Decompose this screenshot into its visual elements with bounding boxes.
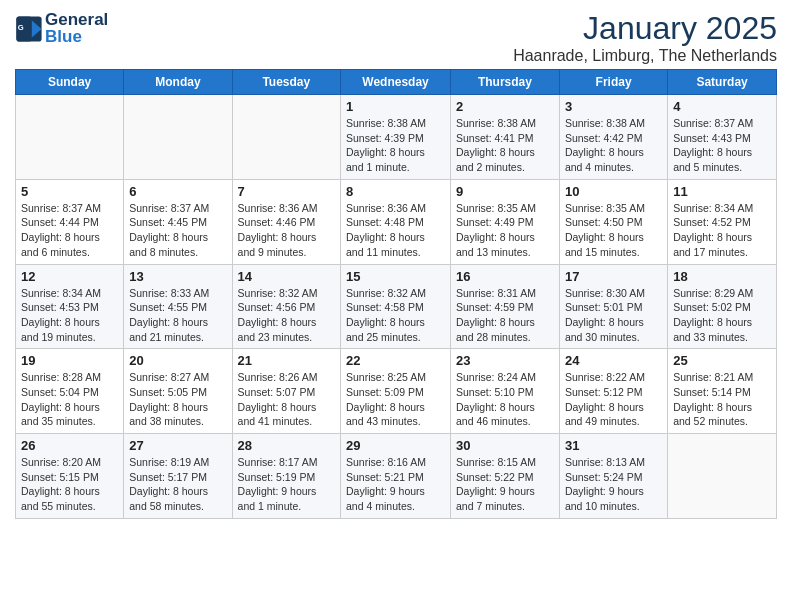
- day-number: 15: [346, 269, 445, 284]
- day-cell: 17Sunrise: 8:30 AM Sunset: 5:01 PM Dayli…: [559, 264, 667, 349]
- weekday-header-wednesday: Wednesday: [341, 70, 451, 95]
- day-number: 2: [456, 99, 554, 114]
- day-cell: 20Sunrise: 8:27 AM Sunset: 5:05 PM Dayli…: [124, 349, 232, 434]
- day-number: 17: [565, 269, 662, 284]
- calendar-table: SundayMondayTuesdayWednesdayThursdayFrid…: [15, 69, 777, 519]
- day-info: Sunrise: 8:29 AM Sunset: 5:02 PM Dayligh…: [673, 286, 771, 345]
- day-cell: 31Sunrise: 8:13 AM Sunset: 5:24 PM Dayli…: [559, 434, 667, 519]
- location: Haanrade, Limburg, The Netherlands: [513, 47, 777, 65]
- weekday-header-tuesday: Tuesday: [232, 70, 340, 95]
- day-info: Sunrise: 8:35 AM Sunset: 4:49 PM Dayligh…: [456, 201, 554, 260]
- day-info: Sunrise: 8:33 AM Sunset: 4:55 PM Dayligh…: [129, 286, 226, 345]
- day-number: 3: [565, 99, 662, 114]
- day-info: Sunrise: 8:17 AM Sunset: 5:19 PM Dayligh…: [238, 455, 335, 514]
- day-info: Sunrise: 8:36 AM Sunset: 4:48 PM Dayligh…: [346, 201, 445, 260]
- day-cell: 29Sunrise: 8:16 AM Sunset: 5:21 PM Dayli…: [341, 434, 451, 519]
- week-row-2: 5Sunrise: 8:37 AM Sunset: 4:44 PM Daylig…: [16, 179, 777, 264]
- day-cell: [668, 434, 777, 519]
- weekday-header-row: SundayMondayTuesdayWednesdayThursdayFrid…: [16, 70, 777, 95]
- day-cell: 5Sunrise: 8:37 AM Sunset: 4:44 PM Daylig…: [16, 179, 124, 264]
- day-info: Sunrise: 8:36 AM Sunset: 4:46 PM Dayligh…: [238, 201, 335, 260]
- day-info: Sunrise: 8:37 AM Sunset: 4:45 PM Dayligh…: [129, 201, 226, 260]
- day-info: Sunrise: 8:25 AM Sunset: 5:09 PM Dayligh…: [346, 370, 445, 429]
- day-cell: 23Sunrise: 8:24 AM Sunset: 5:10 PM Dayli…: [450, 349, 559, 434]
- logo-text: General Blue: [45, 10, 108, 47]
- day-cell: 10Sunrise: 8:35 AM Sunset: 4:50 PM Dayli…: [559, 179, 667, 264]
- day-cell: 28Sunrise: 8:17 AM Sunset: 5:19 PM Dayli…: [232, 434, 340, 519]
- day-cell: 19Sunrise: 8:28 AM Sunset: 5:04 PM Dayli…: [16, 349, 124, 434]
- day-number: 18: [673, 269, 771, 284]
- day-info: Sunrise: 8:37 AM Sunset: 4:43 PM Dayligh…: [673, 116, 771, 175]
- calendar-container: G General Blue January 2025 Haanrade, Li…: [0, 0, 792, 529]
- day-number: 22: [346, 353, 445, 368]
- day-cell: [232, 95, 340, 180]
- weekday-header-sunday: Sunday: [16, 70, 124, 95]
- day-number: 28: [238, 438, 335, 453]
- day-number: 20: [129, 353, 226, 368]
- day-cell: [124, 95, 232, 180]
- day-info: Sunrise: 8:27 AM Sunset: 5:05 PM Dayligh…: [129, 370, 226, 429]
- day-info: Sunrise: 8:22 AM Sunset: 5:12 PM Dayligh…: [565, 370, 662, 429]
- day-info: Sunrise: 8:15 AM Sunset: 5:22 PM Dayligh…: [456, 455, 554, 514]
- day-number: 27: [129, 438, 226, 453]
- day-number: 29: [346, 438, 445, 453]
- weekday-header-friday: Friday: [559, 70, 667, 95]
- day-info: Sunrise: 8:35 AM Sunset: 4:50 PM Dayligh…: [565, 201, 662, 260]
- day-info: Sunrise: 8:38 AM Sunset: 4:41 PM Dayligh…: [456, 116, 554, 175]
- day-number: 8: [346, 184, 445, 199]
- day-number: 10: [565, 184, 662, 199]
- day-info: Sunrise: 8:38 AM Sunset: 4:42 PM Dayligh…: [565, 116, 662, 175]
- day-number: 16: [456, 269, 554, 284]
- week-row-4: 19Sunrise: 8:28 AM Sunset: 5:04 PM Dayli…: [16, 349, 777, 434]
- svg-text:G: G: [18, 23, 24, 32]
- day-info: Sunrise: 8:19 AM Sunset: 5:17 PM Dayligh…: [129, 455, 226, 514]
- day-cell: 12Sunrise: 8:34 AM Sunset: 4:53 PM Dayli…: [16, 264, 124, 349]
- day-number: 21: [238, 353, 335, 368]
- day-cell: 15Sunrise: 8:32 AM Sunset: 4:58 PM Dayli…: [341, 264, 451, 349]
- week-row-5: 26Sunrise: 8:20 AM Sunset: 5:15 PM Dayli…: [16, 434, 777, 519]
- day-info: Sunrise: 8:38 AM Sunset: 4:39 PM Dayligh…: [346, 116, 445, 175]
- day-info: Sunrise: 8:34 AM Sunset: 4:53 PM Dayligh…: [21, 286, 118, 345]
- day-number: 7: [238, 184, 335, 199]
- day-number: 24: [565, 353, 662, 368]
- day-number: 1: [346, 99, 445, 114]
- day-number: 12: [21, 269, 118, 284]
- day-number: 14: [238, 269, 335, 284]
- day-cell: 30Sunrise: 8:15 AM Sunset: 5:22 PM Dayli…: [450, 434, 559, 519]
- day-cell: 8Sunrise: 8:36 AM Sunset: 4:48 PM Daylig…: [341, 179, 451, 264]
- logo-icon: G: [15, 15, 43, 43]
- day-number: 5: [21, 184, 118, 199]
- day-info: Sunrise: 8:37 AM Sunset: 4:44 PM Dayligh…: [21, 201, 118, 260]
- day-number: 25: [673, 353, 771, 368]
- day-number: 19: [21, 353, 118, 368]
- day-number: 13: [129, 269, 226, 284]
- day-cell: 27Sunrise: 8:19 AM Sunset: 5:17 PM Dayli…: [124, 434, 232, 519]
- weekday-header-saturday: Saturday: [668, 70, 777, 95]
- day-cell: 25Sunrise: 8:21 AM Sunset: 5:14 PM Dayli…: [668, 349, 777, 434]
- day-number: 30: [456, 438, 554, 453]
- day-number: 4: [673, 99, 771, 114]
- day-number: 23: [456, 353, 554, 368]
- week-row-3: 12Sunrise: 8:34 AM Sunset: 4:53 PM Dayli…: [16, 264, 777, 349]
- day-cell: 26Sunrise: 8:20 AM Sunset: 5:15 PM Dayli…: [16, 434, 124, 519]
- day-info: Sunrise: 8:30 AM Sunset: 5:01 PM Dayligh…: [565, 286, 662, 345]
- day-number: 26: [21, 438, 118, 453]
- day-info: Sunrise: 8:13 AM Sunset: 5:24 PM Dayligh…: [565, 455, 662, 514]
- day-info: Sunrise: 8:28 AM Sunset: 5:04 PM Dayligh…: [21, 370, 118, 429]
- day-info: Sunrise: 8:34 AM Sunset: 4:52 PM Dayligh…: [673, 201, 771, 260]
- day-cell: 4Sunrise: 8:37 AM Sunset: 4:43 PM Daylig…: [668, 95, 777, 180]
- day-cell: 18Sunrise: 8:29 AM Sunset: 5:02 PM Dayli…: [668, 264, 777, 349]
- day-info: Sunrise: 8:24 AM Sunset: 5:10 PM Dayligh…: [456, 370, 554, 429]
- day-cell: 1Sunrise: 8:38 AM Sunset: 4:39 PM Daylig…: [341, 95, 451, 180]
- month-title: January 2025: [513, 10, 777, 47]
- day-info: Sunrise: 8:21 AM Sunset: 5:14 PM Dayligh…: [673, 370, 771, 429]
- day-cell: 2Sunrise: 8:38 AM Sunset: 4:41 PM Daylig…: [450, 95, 559, 180]
- day-number: 9: [456, 184, 554, 199]
- day-cell: 16Sunrise: 8:31 AM Sunset: 4:59 PM Dayli…: [450, 264, 559, 349]
- week-row-1: 1Sunrise: 8:38 AM Sunset: 4:39 PM Daylig…: [16, 95, 777, 180]
- day-cell: 9Sunrise: 8:35 AM Sunset: 4:49 PM Daylig…: [450, 179, 559, 264]
- day-cell: 3Sunrise: 8:38 AM Sunset: 4:42 PM Daylig…: [559, 95, 667, 180]
- day-cell: [16, 95, 124, 180]
- day-info: Sunrise: 8:20 AM Sunset: 5:15 PM Dayligh…: [21, 455, 118, 514]
- day-info: Sunrise: 8:32 AM Sunset: 4:58 PM Dayligh…: [346, 286, 445, 345]
